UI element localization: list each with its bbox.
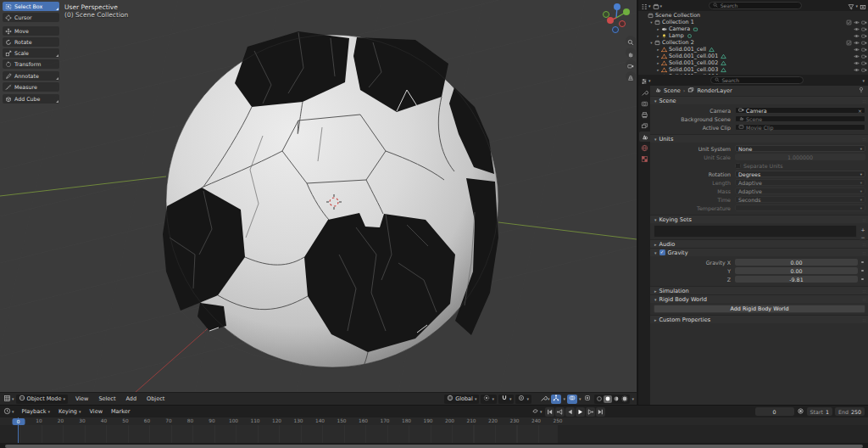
panel-header-units[interactable]: ▾Units∷ <box>650 134 868 143</box>
timeline-menu-view[interactable]: View <box>86 408 107 415</box>
gravity-x-animate-button[interactable] <box>860 259 865 266</box>
properties-tab-render[interactable] <box>639 98 650 109</box>
outliner-search-input[interactable]: Search <box>709 2 802 9</box>
properties-tab-world[interactable] <box>639 143 650 153</box>
tool-cursor[interactable]: Cursor <box>3 13 59 22</box>
end-frame-field[interactable]: End250 <box>835 407 865 416</box>
tool-transform[interactable]: Transform <box>3 59 59 69</box>
auto-keying-toggle[interactable] <box>797 407 804 417</box>
timeline-menu-playback[interactable]: Playback ▾ <box>18 408 55 415</box>
camera-restrict-icon[interactable] <box>861 20 867 25</box>
checkbox-icon[interactable] <box>846 20 852 25</box>
outliner-row-solid-001-cell-001[interactable]: ▸Solid.001_cell.001 <box>638 53 868 59</box>
mode-dropdown[interactable]: Object Mode▾ <box>16 395 68 404</box>
disclosure-icon[interactable]: ▾ <box>648 20 654 25</box>
gravity-z-animate-button[interactable] <box>860 276 865 283</box>
disclosure-icon[interactable]: ▸ <box>655 34 661 38</box>
outliner-row-solid-001-cell-002[interactable]: ▸Solid.001_cell.002 <box>638 59 868 66</box>
play-button[interactable] <box>576 407 585 417</box>
timeline-ruler[interactable]: 1020304050607080901001101201301401501601… <box>0 417 868 425</box>
properties-tab-output[interactable] <box>639 109 650 120</box>
checkbox-icon[interactable] <box>846 40 852 46</box>
clear-camera-icon[interactable]: × <box>858 108 862 114</box>
properties-tab-texture[interactable] <box>639 154 650 164</box>
active-tool-settings-button[interactable]: ▾ <box>540 395 550 404</box>
tool-move[interactable]: Move <box>3 26 59 36</box>
outliner-row-solid-001-cell-003[interactable]: ▸Solid.001_cell.003 <box>638 66 868 73</box>
timeline-tracks[interactable] <box>0 425 868 443</box>
timeline-menu-keying[interactable]: Keying ▾ <box>54 408 85 415</box>
timeline-editor-type-button[interactable]: ▾ <box>3 407 14 417</box>
menu-object[interactable]: Object <box>142 395 169 402</box>
length-dropdown[interactable]: Adaptive▾ <box>735 179 865 187</box>
outliner-row-collection-1[interactable]: ▾Collection 1 <box>638 19 868 25</box>
outliner-row-lamp[interactable]: ▸Lamp <box>638 32 868 39</box>
timeline-scrollbar[interactable] <box>0 443 868 448</box>
unit-scale-slider[interactable]: 1.000000 <box>735 154 865 161</box>
disclosure-icon[interactable]: ▸ <box>655 61 661 65</box>
menu-select[interactable]: Select <box>94 395 120 402</box>
keying-sets-list[interactable] <box>654 225 857 238</box>
panel-header-rigid-body-world[interactable]: ▾Rigid Body World∷ <box>650 294 868 303</box>
editor-type-button[interactable]: ▾ <box>3 395 14 404</box>
show-gizmos-toggle[interactable] <box>551 395 561 404</box>
jump-end-button[interactable] <box>596 407 605 417</box>
panel-header-scene[interactable]: ▾Scene∷ <box>650 96 868 104</box>
eye-icon[interactable] <box>854 60 860 66</box>
tool-rotate[interactable]: Rotate <box>3 37 59 47</box>
next-keyframe-button[interactable] <box>586 407 595 417</box>
properties-tab-scene[interactable] <box>639 132 650 142</box>
disclosure-icon[interactable]: ▸ <box>655 48 661 52</box>
scene-camera-field[interactable]: Camera × <box>735 107 865 115</box>
eye-icon[interactable] <box>854 40 860 46</box>
disclosure-icon[interactable]: ▸ <box>655 54 661 59</box>
camera-restrict-icon[interactable] <box>861 26 867 32</box>
tool-add-cube[interactable]: Add Cube <box>3 94 59 104</box>
breadcrumb-renderlayer[interactable]: RenderLayer <box>697 87 732 94</box>
shading-solid-button[interactable] <box>604 395 612 403</box>
eye-icon[interactable] <box>854 26 860 32</box>
panel-header-keying-sets[interactable]: ▾Keying Sets∷ <box>650 215 868 223</box>
breadcrumb-scene[interactable]: Scene <box>664 87 681 94</box>
background-scene-field[interactable]: Scene <box>735 115 865 123</box>
transform-orientation-dropdown[interactable]: Global▾ <box>444 395 479 404</box>
tool-select-box[interactable]: Select Box <box>3 2 59 11</box>
tool-scale[interactable]: Scale <box>3 48 59 58</box>
tool-annotate[interactable]: Annotate <box>3 71 59 81</box>
xray-toggle[interactable] <box>582 395 593 404</box>
eye-icon[interactable] <box>854 53 860 59</box>
eye-icon[interactable] <box>854 67 860 73</box>
mass-dropdown[interactable]: Adaptive▾ <box>735 188 865 195</box>
pin-icon[interactable] <box>858 87 865 95</box>
camera-restrict-icon[interactable] <box>861 47 867 53</box>
panel-header-gravity[interactable]: ▾ ✓ Gravity∷ <box>650 248 868 256</box>
gravity-z-field[interactable]: -9.81 <box>735 276 858 283</box>
outliner-row-solid-001-cell[interactable]: ▸Solid.001_cell <box>638 46 868 53</box>
eye-icon[interactable] <box>854 20 860 25</box>
proportional-editing-toggle[interactable]: ▾ <box>515 395 531 404</box>
pivot-point-dropdown[interactable]: ▾ <box>481 395 497 404</box>
gravity-y-field[interactable]: 0.00 <box>735 267 858 275</box>
eye-icon[interactable] <box>854 47 860 53</box>
properties-tab-view-layer[interactable] <box>639 120 650 131</box>
outliner-row-scene-collection[interactable]: Scene Collection <box>638 12 868 19</box>
start-frame-field[interactable]: Start1 <box>807 407 832 416</box>
camera-restrict-icon[interactable] <box>861 33 867 39</box>
camera-restrict-icon[interactable] <box>861 53 867 59</box>
time-dropdown[interactable]: Seconds▾ <box>735 196 865 204</box>
properties-tab-tool[interactable] <box>639 87 650 98</box>
jump-start-button[interactable] <box>545 407 554 417</box>
gravity-checkbox[interactable]: ✓ <box>659 249 665 255</box>
disclosure-icon[interactable]: ▸ <box>655 27 661 31</box>
panel-header-simulation[interactable]: ▸Simulation∷ <box>650 286 868 294</box>
menu-add[interactable]: Add <box>121 395 141 402</box>
shading-rendered-button[interactable] <box>620 395 629 403</box>
timeline-scrollbar-thumb[interactable] <box>5 445 863 448</box>
separate-units-checkbox[interactable] <box>735 163 741 169</box>
play-reverse-button[interactable] <box>565 407 575 417</box>
gravity-x-field[interactable]: 0.00 <box>735 259 858 266</box>
unit-system-dropdown[interactable]: None▾ <box>735 145 865 153</box>
rotation-dropdown[interactable]: Degrees▾ <box>735 171 865 178</box>
add-keying-set-button[interactable]: + <box>860 227 866 233</box>
eye-icon[interactable] <box>854 33 860 39</box>
